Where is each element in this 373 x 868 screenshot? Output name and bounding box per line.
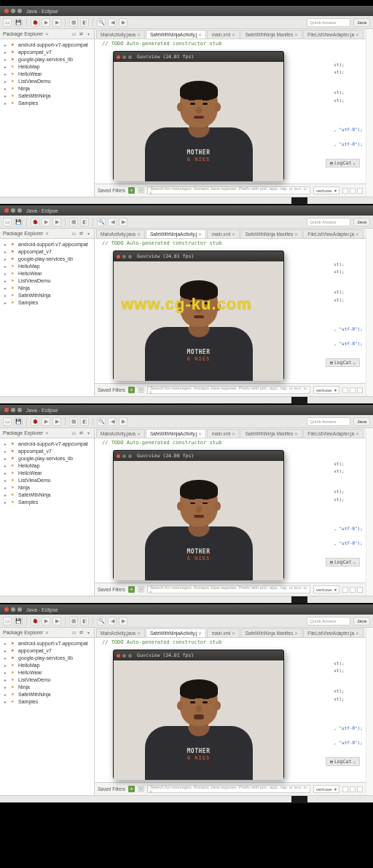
window-minimize-icon[interactable] [11,408,15,412]
logcat-action-3-icon[interactable] [357,587,363,593]
editor-tab[interactable]: MainActivity.java✕ [96,628,145,637]
tree-item[interactable]: ▸▸android-support-v7-appcompat [1,639,93,647]
close-tab-icon[interactable]: ✕ [294,32,298,37]
editor-tab[interactable]: main.xml✕ [207,30,240,39]
editor-body[interactable]: // TODO Auto-generated constructor stub … [95,438,366,583]
tree-item[interactable]: ▸▸appcompat_v7 [1,48,93,55]
package-icon[interactable]: ▦ [69,18,78,27]
tree-item[interactable]: ▸▸HelloMap [1,63,93,70]
run-ext-icon[interactable]: ▶ [52,617,61,626]
tree-item[interactable]: ▸▸ListViewDemo [1,277,93,284]
tree-item[interactable]: ▸▸ListViewDemo [1,676,93,683]
run-ext-icon[interactable]: ▶ [52,417,61,426]
new-icon[interactable]: ▭ [3,417,12,426]
quick-access-input[interactable]: Quick Access [307,218,350,226]
window-maximize-icon[interactable] [17,607,22,612]
editor-tab[interactable]: FileListViewAdapter.ja✕ [303,429,364,438]
tree-item[interactable]: ▸▸google-play-services_lib [1,654,93,661]
view-menu-icon[interactable]: ▾ [85,231,91,237]
add-filter-button[interactable]: + [128,187,135,194]
tree-item[interactable]: ▸▸HelloWear [1,668,93,676]
log-level-select[interactable]: verbose▾ [313,386,339,394]
close-tab-icon[interactable]: ✕ [198,232,202,237]
webcam-min-icon[interactable] [122,255,126,259]
logcat-search-input[interactable]: Search for messages. Accepts Java regexe… [147,386,310,394]
editor-tab[interactable]: SafeWithNinja Manifes✕ [240,429,302,438]
logcat-action-2-icon[interactable] [350,387,356,393]
editor-tab[interactable]: main.xml✕ [207,229,240,238]
close-tab-icon[interactable]: ✕ [294,431,298,436]
close-tab-icon[interactable]: ✕ [356,232,359,237]
quick-access-input[interactable]: Quick Access [307,617,350,626]
editor-tab[interactable]: FileListViewAdapter.ja✕ [303,30,364,39]
link-editor-icon[interactable]: ⇄ [78,630,84,636]
logcat-tab[interactable]: ▤ LogCat ✕ [326,757,360,766]
log-level-select[interactable]: verbose▾ [313,186,339,194]
log-level-select[interactable]: verbose▾ [313,785,339,793]
close-tab-icon[interactable]: ✕ [137,631,141,636]
tree-item[interactable]: ▸▸google-play-services_lib [1,55,93,63]
quick-access-input[interactable]: Quick Access [307,18,350,27]
search-icon[interactable]: 🔍 [97,617,106,626]
editor-tab[interactable]: FileListViewAdapter.ja✕ [303,229,364,238]
logcat-action-3-icon[interactable] [357,387,363,393]
tree-item[interactable]: ▸▸Ninja [1,284,93,291]
run-ext-icon[interactable]: ▶ [52,18,61,27]
tree-item[interactable]: ▸▸HelloWear [1,70,93,77]
tree-item[interactable]: ▸▸Samples [1,299,93,306]
run-icon[interactable]: ▶ [42,617,50,626]
close-tab-icon[interactable]: ✕ [232,232,235,237]
tree-item[interactable]: ▸▸HelloMap [1,262,93,269]
package-icon[interactable]: ▦ [69,617,78,626]
nav-fwd-icon[interactable]: ▶ [119,18,127,27]
tree-item[interactable]: ▸▸SafeWithNinja [1,491,93,498]
collapse-all-icon[interactable]: ⊟ [71,630,76,636]
close-tab-icon[interactable]: ✕ [137,232,141,237]
new-icon[interactable]: ▭ [3,617,12,626]
webcam-close-icon[interactable] [117,654,120,658]
close-tab-icon[interactable]: ✕ [198,431,202,436]
link-editor-icon[interactable]: ⇄ [78,231,84,237]
tree-item[interactable]: ▸▸android-support-v7-appcompat [1,41,93,48]
debug-icon[interactable]: 🐞 [31,617,39,626]
webcam-max-icon[interactable] [128,454,132,458]
remove-filter-button[interactable]: − [138,387,144,393]
remove-filter-button[interactable]: − [138,586,144,593]
search-icon[interactable]: 🔍 [97,218,106,226]
tree-item[interactable]: ▸▸appcompat_v7 [1,248,93,255]
add-filter-button[interactable]: + [128,387,135,393]
collapse-all-icon[interactable]: ⊟ [71,430,76,436]
webcam-min-icon[interactable] [122,654,126,658]
open-type-icon[interactable]: ◧ [80,417,89,426]
java-perspective-button[interactable]: Java [353,617,370,626]
close-tab-icon[interactable]: ✕ [294,631,298,636]
window-maximize-icon[interactable] [17,408,22,412]
tree-item[interactable]: ▸▸Ninja [1,84,93,92]
open-type-icon[interactable]: ◧ [80,218,89,226]
webcam-window[interactable]: Guvcview (24.01 fps) MOTHER G NIES [113,250,284,380]
package-icon[interactable]: ▦ [69,417,78,426]
tree-item[interactable]: ▸▸HelloWear [1,269,93,277]
open-type-icon[interactable]: ◧ [80,617,89,626]
editor-tab[interactable]: SafeWithNinja Manifes✕ [240,628,302,637]
view-menu-icon[interactable]: ▾ [85,31,91,37]
save-icon[interactable]: 💾 [14,18,23,27]
tree-item[interactable]: ▸▸Samples [1,698,93,705]
link-editor-icon[interactable]: ⇄ [78,31,84,37]
close-tab-icon[interactable]: ✕ [137,32,141,37]
debug-icon[interactable]: 🐞 [31,218,39,226]
logcat-tab[interactable]: ▤ LogCat ✕ [326,558,360,567]
open-type-icon[interactable]: ◧ [80,18,89,27]
window-close-icon[interactable] [4,9,9,13]
tree-item[interactable]: ▸▸HelloWear [1,469,93,476]
webcam-window[interactable]: Guvcview (24.01 fps) MOTHER G NIES [113,650,284,779]
close-tab-icon[interactable]: ✕ [137,431,141,436]
window-close-icon[interactable] [4,607,9,612]
remove-filter-button[interactable]: − [138,187,144,194]
webcam-min-icon[interactable] [122,55,126,59]
logcat-search-input[interactable]: Search for messages. Accepts Java regexe… [147,785,310,793]
tree-item[interactable]: ▸▸Samples [1,99,93,106]
webcam-close-icon[interactable] [117,454,120,458]
window-close-icon[interactable] [4,208,9,213]
save-icon[interactable]: 💾 [14,417,23,426]
